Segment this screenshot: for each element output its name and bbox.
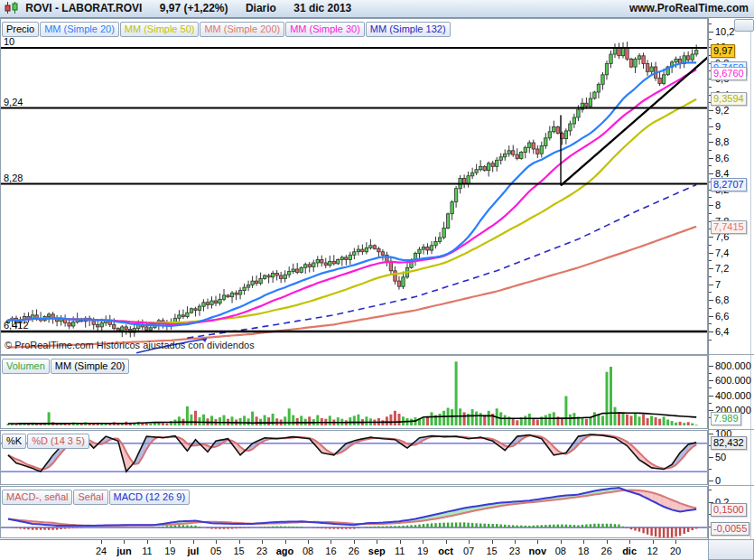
prorealtime-window: ROVI - LABORAT.ROVI 9,97 (+1,22%) Diario… xyxy=(0,0,754,560)
price-level-label: 10 xyxy=(4,36,14,47)
site-url: www.ProRealTime.com xyxy=(629,0,749,17)
time-axis-label: 26 xyxy=(349,546,359,556)
stochastic-plot[interactable]: %K%D (14 3 5) xyxy=(0,430,708,485)
macd-value-box: -0,0055 xyxy=(711,522,749,536)
price-value-axis[interactable]: 10,2109,89,69,49,298,88,68,48,287,87,67,… xyxy=(708,18,754,539)
time-axis-label: 05 xyxy=(210,546,221,556)
price-axis-label: 9 xyxy=(715,121,721,132)
stoch-axis-label: 0 xyxy=(715,475,721,486)
button-%d-14-3-5-[interactable]: %D (14 3 5) xyxy=(27,434,89,449)
time-axis-label: nov xyxy=(529,546,547,556)
button-mm-simple-20-[interactable]: MM (Simple 20) xyxy=(51,359,130,374)
time-axis-label: 18 xyxy=(578,546,589,556)
time-axis-label: oct xyxy=(438,546,453,556)
button-mm-simple-50-[interactable]: MM (Simple 50) xyxy=(120,22,200,37)
volume-axis-label: 600.000 xyxy=(715,375,751,386)
time-axis-label: 19 xyxy=(164,546,175,556)
volume-plot[interactable]: VolumenMM (Simple 20) xyxy=(0,355,708,429)
timeframe-label: Diario xyxy=(246,2,276,14)
time-axis-label: 19 xyxy=(417,546,428,556)
price-value-box: 7,7415 xyxy=(711,220,747,234)
button-%k[interactable]: %K xyxy=(2,434,26,449)
button-macd-se-al[interactable]: MACD-, señal xyxy=(2,490,72,505)
copyright-note: © ProRealTime.com Históricos ajustados c… xyxy=(5,340,255,350)
date-label: 31 dic 2013 xyxy=(293,2,351,14)
title-bar: ROVI - LABORAT.ROVI 9,97 (+1,22%) Diario… xyxy=(0,0,754,18)
button-precio[interactable]: Precio xyxy=(2,22,39,37)
last-price-change: 9,97 (+1,22%) xyxy=(160,2,228,14)
time-axis-label: 11 xyxy=(395,546,405,556)
time-axis-label: 15 xyxy=(486,546,497,556)
axis-settings-button[interactable] xyxy=(734,19,754,32)
button-macd-12-26-9-[interactable]: MACD (12 26 9) xyxy=(109,490,190,505)
time-axis-corner xyxy=(708,539,754,560)
price-plot[interactable]: PrecioMM (Simple 20)MM (Simple 50)MM (Si… xyxy=(0,18,708,355)
price-value-box: 9,97 xyxy=(711,44,735,58)
price-axis-label: 8,4 xyxy=(715,168,729,179)
macd-indicator-buttons: MACD-, señalSeñalMACD (12 26 9) xyxy=(2,488,191,505)
button-volumen[interactable]: Volumen xyxy=(2,359,50,374)
time-axis-label: dic xyxy=(622,546,637,556)
price-value-box: 9,3594 xyxy=(711,92,747,106)
time-axis-label: 15 xyxy=(233,546,244,556)
price-axis-label: 6,8 xyxy=(715,294,729,305)
button-mm-simple-30-[interactable]: MM (Simple 30) xyxy=(285,22,365,37)
button-mm-simple-200-[interactable]: MM (Simple 200) xyxy=(200,22,284,37)
price-value-box: 9,6760 xyxy=(711,67,747,80)
time-axis-label: 24 xyxy=(96,546,107,556)
price-axis-label: 6,6 xyxy=(715,311,729,322)
instrument-title: ROVI - LABORAT.ROVI xyxy=(25,2,142,14)
time-axis-label: 12 xyxy=(647,546,657,556)
button-mm-simple-132-[interactable]: MM (Simple 132) xyxy=(366,22,451,37)
volume-value-box: 7.989 xyxy=(711,412,741,425)
time-axis-label: 23 xyxy=(509,546,520,556)
price-indicator-buttons: PrecioMM (Simple 20)MM (Simple 50)MM (Si… xyxy=(2,20,451,37)
price-level-label: 8,28 xyxy=(4,173,23,183)
price-axis-label: 7,2 xyxy=(715,263,729,274)
time-axis-label: 23 xyxy=(256,546,267,556)
price-value-box: 8,2707 xyxy=(711,178,747,191)
price-axis-label: 9,2 xyxy=(715,105,729,116)
stochastic-indicator-buttons: %K%D (14 3 5) xyxy=(2,432,90,449)
volume-indicator-buttons: VolumenMM (Simple 20) xyxy=(2,357,130,374)
price-axis-label: 8,8 xyxy=(715,136,729,147)
time-axis-label: 16 xyxy=(325,546,336,556)
macd-plot[interactable]: MACD-, señalSeñalMACD (12 26 9) xyxy=(0,486,708,538)
price-axis-label: 7,4 xyxy=(715,247,729,258)
time-axis-label: sep xyxy=(368,546,386,556)
time-axis[interactable]: 24jun1119jul051523ago081626sep1119oct071… xyxy=(0,539,708,560)
candlestick-logo-icon xyxy=(5,2,19,14)
time-axis-label: ago xyxy=(276,546,294,556)
price-axis-label: 10,2 xyxy=(715,26,734,37)
time-axis-label: jul xyxy=(187,546,199,556)
price-axis-label: 8 xyxy=(715,200,721,210)
macd-value-box: 0,1500 xyxy=(711,503,747,517)
button-se-al[interactable]: Señal xyxy=(73,490,107,505)
time-axis-label: 07 xyxy=(463,546,474,556)
price-level-label: 9,24 xyxy=(4,97,23,107)
time-axis-label: 11 xyxy=(142,546,152,556)
volume-axis-label: 400.000 xyxy=(715,390,751,401)
time-axis-label: jun xyxy=(116,546,132,556)
price-axis-label: 7 xyxy=(715,279,721,290)
stoch-value-box: 82,432 xyxy=(711,436,747,450)
price-level-label: 6,412 xyxy=(4,320,29,331)
volume-axis-label: 800.000 xyxy=(715,360,751,371)
time-axis-label: 20 xyxy=(670,546,681,556)
axis-edge xyxy=(750,18,754,539)
stoch-axis-label: 50 xyxy=(715,452,726,462)
time-axis-label: 08 xyxy=(555,546,566,556)
time-axis-label: 26 xyxy=(601,546,612,556)
price-axis-label: 6,4 xyxy=(715,326,729,337)
price-axis-label: 8,6 xyxy=(715,153,729,163)
time-axis-label: 08 xyxy=(303,546,313,556)
button-mm-simple-20-[interactable]: MM (Simple 20) xyxy=(40,22,119,37)
